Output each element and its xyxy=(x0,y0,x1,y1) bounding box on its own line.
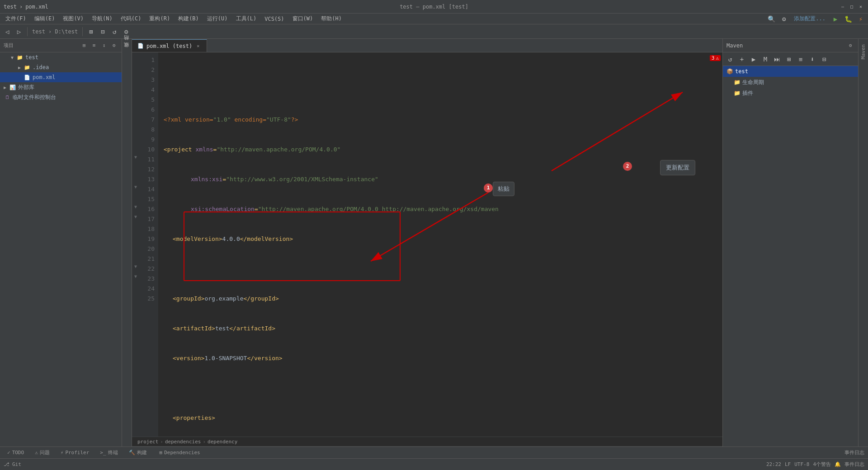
sidebar-settings-btn[interactable]: ⚙ xyxy=(110,42,118,50)
structure-tab[interactable]: 结构 xyxy=(122,41,132,48)
profile-btn[interactable]: ⚡ xyxy=(855,14,866,24)
fold-btn-9 xyxy=(132,132,139,142)
tab-terminal[interactable]: >_ 终端 xyxy=(96,448,121,457)
sidebar-item-pom[interactable]: ▶ 📄 pom.xml xyxy=(0,72,122,82)
menu-edit[interactable]: 编辑(E) xyxy=(31,14,59,24)
notification-icon[interactable]: 🔔 xyxy=(835,461,841,467)
tab-profiler[interactable]: ⚡ Profiler xyxy=(57,449,93,456)
maven-item-label: 插件 xyxy=(742,89,753,97)
tab-build[interactable]: 🔨 构建 xyxy=(125,448,151,457)
tab-label: Profiler xyxy=(65,450,89,456)
menu-view[interactable]: 视图(V) xyxy=(59,14,87,24)
forward-btn[interactable]: ▷ xyxy=(14,26,24,37)
maven-refresh-btn[interactable]: ↺ xyxy=(725,54,736,65)
line-sep-indicator[interactable]: LF xyxy=(785,461,791,467)
maven-item-test[interactable]: 📦 test xyxy=(723,66,858,77)
maven-settings-btn[interactable]: ⚙ xyxy=(846,42,854,50)
todo-icon: ✓ xyxy=(7,450,10,456)
svg-line-2 xyxy=(552,92,683,171)
search-everywhere-btn[interactable]: 🔍 xyxy=(766,14,777,24)
maven-item-plugins[interactable]: 📁 插件 xyxy=(723,88,858,99)
sync-btn[interactable]: ↺ xyxy=(109,26,120,37)
annotation-arrows xyxy=(158,52,722,437)
menu-tools[interactable]: 工具(L) xyxy=(232,14,260,24)
sidebar-sort-btn[interactable]: ↕ xyxy=(100,42,108,50)
maven-execute-btn[interactable]: M xyxy=(760,54,771,65)
maven-vtab[interactable]: Maven xyxy=(859,41,868,63)
update-config-tooltip[interactable]: 更新配置 xyxy=(660,160,695,175)
fold-btn-12 xyxy=(132,162,139,172)
fold-btn-16[interactable]: ▼ xyxy=(132,202,139,212)
settings-btn[interactable]: ⚙ xyxy=(778,14,789,24)
breadcrumb-dependencies[interactable]: dependencies xyxy=(165,439,201,445)
terminal-icon: >_ xyxy=(100,450,106,456)
fold-btn-23[interactable]: ▼ xyxy=(132,271,139,281)
close-button[interactable]: ✕ xyxy=(857,3,864,10)
code-line-3: xmlns:xsi="http://www.w3.org/2001/XMLSch… xyxy=(164,174,722,184)
maven-skip-btn[interactable]: ⏭ xyxy=(772,54,783,65)
code-line-6 xyxy=(164,264,722,274)
maven-toggle-btn[interactable]: ⊞ xyxy=(783,54,794,65)
fold-btn-10 xyxy=(132,142,139,152)
gear-btn[interactable]: ⚙ xyxy=(121,26,132,37)
breadcrumb-project[interactable]: project xyxy=(137,439,158,445)
breadcrumb-dependency[interactable]: dependency xyxy=(208,439,237,445)
menu-vcs[interactable]: VCS(S) xyxy=(261,15,288,23)
event-log-btn[interactable]: 事件日志 xyxy=(844,449,864,456)
menu-help[interactable]: 帮助(H) xyxy=(317,14,345,24)
arrow-right-icon: ▶ xyxy=(4,85,9,90)
sidebar-collapse-btn[interactable]: ≡ xyxy=(90,42,98,50)
add-config-btn[interactable]: 添加配置... xyxy=(791,15,828,23)
menu-navigate[interactable]: 导航(N) xyxy=(88,14,116,24)
sidebar-item-external-libs[interactable]: ▶ 📊 外部库 xyxy=(0,82,122,92)
maven-download-btn[interactable]: ⬇ xyxy=(807,54,818,65)
fold-btn-17[interactable]: ▼ xyxy=(132,212,139,221)
menu-file[interactable]: 文件(F) xyxy=(2,14,30,24)
code-editor[interactable]: 3 ⚠ ▼ ▼ ▼ ▼ xyxy=(132,52,722,437)
fold-gutter: ▼ ▼ ▼ ▼ ▼ ▼ xyxy=(132,52,139,437)
maven-show-deps-btn[interactable]: ≡ xyxy=(795,54,806,65)
expand-all-btn[interactable]: ⊞ xyxy=(85,26,96,37)
collapse-all-btn[interactable]: ⊟ xyxy=(97,26,108,37)
sidebar-item-scratch[interactable]: 🗒 临时文件和控制台 xyxy=(0,92,122,102)
fold-btn-11[interactable]: ▼ xyxy=(132,152,139,162)
fold-btn-14[interactable]: ▼ xyxy=(132,182,139,192)
menu-code[interactable]: 代码(C) xyxy=(117,14,145,24)
tab-todo[interactable]: ✓ TODO xyxy=(4,449,28,456)
minimize-button[interactable]: — xyxy=(839,3,846,10)
favorites-tab[interactable]: 收藏 xyxy=(122,48,132,55)
tab-issues[interactable]: ⚠ 问题 xyxy=(31,448,53,457)
maven-add-btn[interactable]: + xyxy=(736,54,747,65)
code-content[interactable]: <?xml version="1.0" encoding="UTF-8"?> <… xyxy=(158,52,722,437)
menu-run[interactable]: 运行(U) xyxy=(203,14,231,24)
menu-refactor[interactable]: 重构(R) xyxy=(146,14,174,24)
sidebar-item-test[interactable]: ▼ 📁 test xyxy=(0,52,122,62)
sidebar-expand-btn[interactable]: ⊞ xyxy=(80,42,88,50)
breadcrumb-sep1: › xyxy=(160,439,163,445)
code-line-5: <modelVersion>4.0.0</modelVersion> xyxy=(164,234,722,244)
maven-item-lifecycle[interactable]: 📁 生命周期 xyxy=(723,77,858,88)
maven-tree: 📦 test 📁 生命周期 📁 插件 xyxy=(723,66,858,446)
fold-btn-2[interactable] xyxy=(132,62,139,72)
run-btn[interactable]: ▶ xyxy=(830,14,841,24)
fold-btn-13 xyxy=(132,172,139,182)
maximize-button[interactable]: □ xyxy=(848,3,855,10)
back-btn[interactable]: ◁ xyxy=(2,26,13,37)
menu-build[interactable]: 构建(B) xyxy=(175,14,203,24)
event-log-link[interactable]: 事件日志 xyxy=(844,461,864,468)
tab-dependencies[interactable]: ⊞ Dependencies xyxy=(156,449,204,456)
build-icon: 🔨 xyxy=(129,450,135,456)
maven-run-btn[interactable]: ▶ xyxy=(748,54,759,65)
menu-window[interactable]: 窗口(W) xyxy=(289,14,317,24)
tab-close-btn[interactable]: ✕ xyxy=(195,43,201,49)
maven-collapse-btn[interactable]: ⊟ xyxy=(819,54,830,65)
encoding-indicator[interactable]: UTF-8 xyxy=(794,461,809,467)
maven-module-icon: 📦 xyxy=(726,68,733,75)
error-type-icon: ⚠ xyxy=(716,55,719,61)
fold-btn-22[interactable]: ▼ xyxy=(132,261,139,271)
debug-btn[interactable]: 🐛 xyxy=(843,14,854,24)
line-col-indicator[interactable]: 22:22 xyxy=(766,461,781,467)
pom-xml-tab[interactable]: 📄 pom.xml (test) ✕ xyxy=(132,39,207,52)
menubar: 文件(F) 编辑(E) 视图(V) 导航(N) 代码(C) 重构(R) 构建(B… xyxy=(0,14,868,24)
sidebar-item-idea[interactable]: ▶ 📁 .idea xyxy=(0,62,122,72)
